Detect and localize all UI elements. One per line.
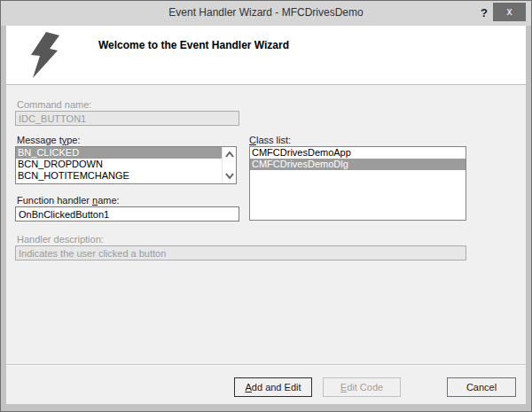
add-and-edit-button[interactable]: Add and Edit	[234, 377, 312, 397]
class-listbox[interactable]: CMFCDrivesDemoApp CMFCDrivesDemoDlg	[249, 146, 466, 221]
scroll-up-icon[interactable]	[224, 150, 235, 160]
help-button[interactable]: ?	[476, 4, 492, 22]
function-handler-name-field[interactable]: OnBnClickedButton1	[15, 206, 239, 222]
list-item[interactable]: CMFCDrivesDemoApp	[250, 147, 466, 159]
close-button[interactable]: x	[493, 3, 526, 21]
function-handler-name-label: Function handler name:	[17, 195, 120, 206]
window-title: Event Handler Wizard - MFCDrivesDemo	[1, 6, 531, 19]
button-row-separator	[6, 364, 526, 366]
titlebar[interactable]: Event Handler Wizard - MFCDrivesDemo ? x	[1, 1, 531, 26]
handler-description-label: Handler description:	[17, 234, 104, 245]
command-name-field: IDC_BUTTON1	[15, 111, 239, 126]
handler-description-field: Indicates the user clicked a button	[15, 245, 466, 260]
message-type-scrollbar[interactable]	[222, 147, 236, 183]
message-type-label: Message type:	[17, 135, 81, 145]
event-handler-wizard-dialog: Event Handler Wizard - MFCDrivesDemo ? x…	[0, 0, 532, 412]
command-name-label: Command name:	[17, 99, 91, 110]
cancel-button[interactable]: Cancel	[447, 377, 516, 397]
wizard-header: Welcome to the Event Handler Wizard	[6, 26, 526, 85]
dialog-body: Welcome to the Event Handler Wizard Comm…	[6, 26, 526, 404]
list-item[interactable]: BCN_DROPDOWN	[16, 159, 222, 170]
close-icon: x	[507, 5, 512, 18]
list-item[interactable]: CMFCDrivesDemoDlg	[250, 159, 466, 170]
wizard-welcome-title: Welcome to the Event Handler Wizard	[98, 39, 289, 51]
lightning-bolt-icon	[27, 32, 63, 78]
class-list-label: Class list:	[249, 135, 291, 145]
list-item[interactable]: BCN_HOTITEMCHANGE	[16, 170, 222, 182]
edit-code-button: Edit Code	[323, 377, 401, 397]
scroll-down-icon[interactable]	[224, 170, 235, 181]
list-item[interactable]: BN_CLICKED	[16, 147, 222, 159]
message-type-listbox[interactable]: BN_CLICKED BCN_DROPDOWN BCN_HOTITEMCHANG…	[15, 146, 237, 184]
